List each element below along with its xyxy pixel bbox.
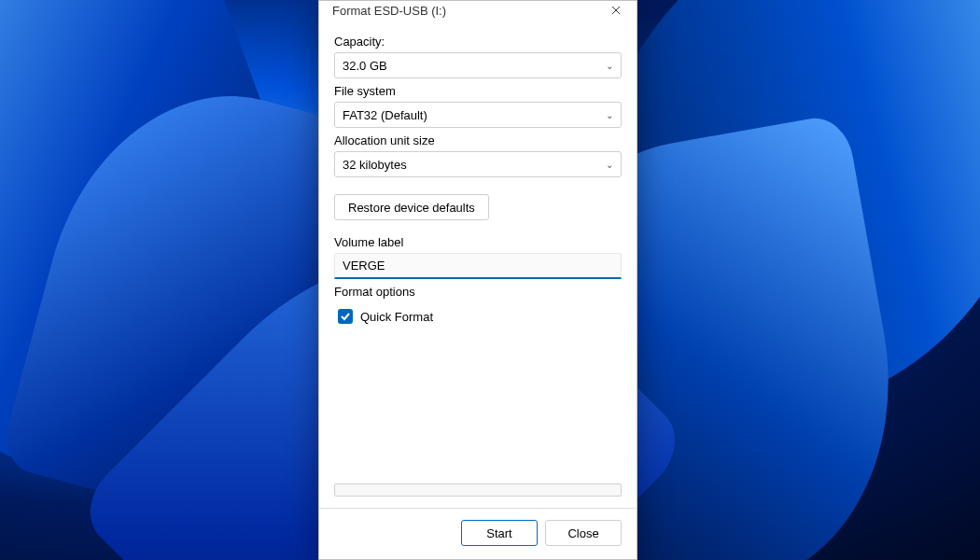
allocation-value: 32 kilobytes — [343, 158, 407, 172]
format-options-group: Format options Quick Format — [334, 292, 622, 324]
capacity-label: Capacity: — [334, 35, 622, 49]
capacity-select[interactable]: 32.0 GB ⌄ — [334, 52, 622, 78]
quick-format-checkbox[interactable] — [338, 309, 353, 324]
dialog-footer: Start Close — [319, 508, 637, 559]
start-button[interactable]: Start — [461, 520, 538, 546]
quick-format-label: Quick Format — [360, 310, 433, 324]
chevron-down-icon: ⌄ — [606, 110, 613, 120]
check-icon — [340, 311, 351, 322]
allocation-label: Allocation unit size — [334, 133, 622, 147]
dialog-content: Capacity: 32.0 GB ⌄ File system FAT32 (D… — [319, 20, 637, 508]
chevron-down-icon: ⌄ — [606, 61, 613, 71]
filesystem-select[interactable]: FAT32 (Default) ⌄ — [334, 102, 622, 128]
format-dialog: Format ESD-USB (I:) Capacity: 32.0 GB ⌄ … — [318, 0, 637, 560]
close-button[interactable]: Close — [545, 520, 622, 546]
window-title: Format ESD-USB (I:) — [332, 4, 446, 18]
filesystem-label: File system — [334, 84, 622, 98]
chevron-down-icon: ⌄ — [606, 160, 613, 170]
close-window-button[interactable] — [595, 1, 637, 20]
allocation-select[interactable]: 32 kilobytes ⌄ — [334, 151, 622, 177]
format-options-legend: Format options — [334, 285, 622, 299]
restore-defaults-button[interactable]: Restore device defaults — [334, 194, 489, 220]
capacity-value: 32.0 GB — [343, 59, 387, 73]
filesystem-value: FAT32 (Default) — [343, 108, 427, 122]
titlebar: Format ESD-USB (I:) — [319, 1, 637, 20]
volume-label-input[interactable] — [334, 253, 622, 279]
close-icon — [611, 6, 621, 15]
progress-bar — [334, 483, 622, 497]
volume-label-label: Volume label — [334, 235, 622, 249]
